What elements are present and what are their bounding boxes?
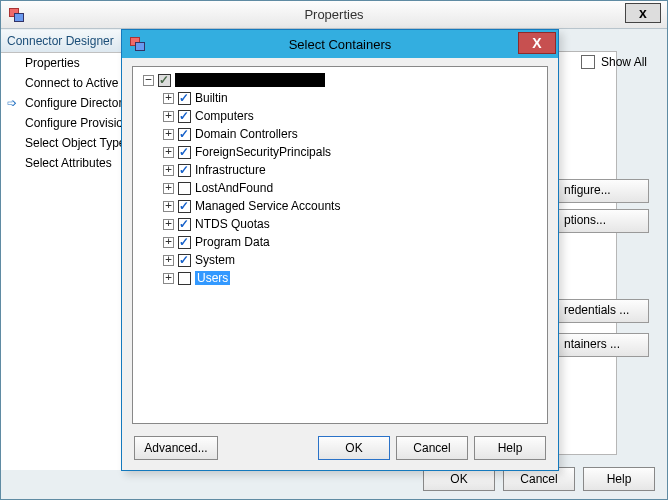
modal-ok-button[interactable]: OK bbox=[318, 436, 390, 460]
expand-icon[interactable]: + bbox=[163, 201, 174, 212]
designer-step[interactable]: Select Attributes bbox=[1, 153, 135, 173]
expand-icon[interactable]: + bbox=[163, 129, 174, 140]
modal-titlebar: Select Containers X bbox=[122, 30, 558, 58]
tree-label[interactable]: Managed Service Accounts bbox=[195, 199, 340, 213]
tree-label[interactable]: LostAndFound bbox=[195, 181, 273, 195]
parent-titlebar: Properties x bbox=[1, 1, 667, 29]
show-all-control: Show All bbox=[581, 55, 647, 69]
tree-checkbox[interactable] bbox=[178, 110, 191, 123]
expand-icon[interactable]: + bbox=[163, 147, 174, 158]
modal-help-button[interactable]: Help bbox=[474, 436, 546, 460]
parent-title: Properties bbox=[304, 7, 363, 22]
designer-step[interactable]: Select Object Types bbox=[1, 133, 135, 153]
containers-tree[interactable]: − +Builtin+Computers+Domain Controllers+… bbox=[132, 66, 548, 424]
tree-label[interactable]: System bbox=[195, 253, 235, 267]
expand-icon[interactable]: + bbox=[163, 255, 174, 266]
tree-label[interactable]: Users bbox=[195, 271, 230, 285]
tree-label[interactable]: Infrastructure bbox=[195, 163, 266, 177]
show-all-label: Show All bbox=[601, 55, 647, 69]
tree-label[interactable]: Domain Controllers bbox=[195, 127, 298, 141]
tree-item[interactable]: +System bbox=[163, 251, 543, 269]
tree-checkbox[interactable] bbox=[178, 200, 191, 213]
expand-icon[interactable]: + bbox=[163, 237, 174, 248]
properties-window: Properties x Connector Designer Properti… bbox=[0, 0, 668, 500]
tree-item[interactable]: +Builtin bbox=[163, 89, 543, 107]
tree-item[interactable]: +Computers bbox=[163, 107, 543, 125]
credentials-button[interactable]: redentials ... bbox=[557, 299, 649, 323]
tree-checkbox[interactable] bbox=[178, 236, 191, 249]
expand-icon[interactable]: + bbox=[163, 219, 174, 230]
expand-icon[interactable]: + bbox=[163, 165, 174, 176]
modal-close-button[interactable]: X bbox=[518, 32, 556, 54]
tree-checkbox[interactable] bbox=[178, 146, 191, 159]
tree-checkbox[interactable] bbox=[178, 272, 191, 285]
modal-button-bar: Advanced... OK Cancel Help bbox=[134, 436, 546, 460]
connector-designer-header: Connector Designer bbox=[1, 30, 135, 53]
designer-step[interactable]: Connect to Active Directory Forest bbox=[1, 73, 135, 93]
tree-label[interactable]: NTDS Quotas bbox=[195, 217, 270, 231]
modal-app-icon bbox=[130, 36, 146, 52]
tree-item[interactable]: +Users bbox=[163, 269, 543, 287]
select-containers-dialog: Select Containers X − +Builtin+Computers… bbox=[121, 29, 559, 471]
collapse-icon[interactable]: − bbox=[143, 75, 154, 86]
tree-checkbox[interactable] bbox=[178, 218, 191, 231]
designer-step[interactable]: Properties bbox=[1, 53, 135, 73]
tree-item[interactable]: +Infrastructure bbox=[163, 161, 543, 179]
modal-title: Select Containers bbox=[289, 37, 392, 52]
tree-item[interactable]: +LostAndFound bbox=[163, 179, 543, 197]
tree-label[interactable]: ForeignSecurityPrincipals bbox=[195, 145, 331, 159]
tree-checkbox[interactable] bbox=[178, 254, 191, 267]
tree-checkbox[interactable] bbox=[178, 182, 191, 195]
tree-label[interactable]: Program Data bbox=[195, 235, 270, 249]
tree-label[interactable]: Computers bbox=[195, 109, 254, 123]
containers-button[interactable]: ntainers ... bbox=[557, 333, 649, 357]
designer-step[interactable]: Configure Directory Partitions bbox=[1, 93, 135, 113]
connector-designer-panel: Connector Designer PropertiesConnect to … bbox=[1, 30, 136, 470]
tree-item[interactable]: +ForeignSecurityPrincipals bbox=[163, 143, 543, 161]
expand-icon[interactable]: + bbox=[163, 111, 174, 122]
tree-label[interactable]: Builtin bbox=[195, 91, 228, 105]
tree-checkbox[interactable] bbox=[178, 92, 191, 105]
tree-checkbox[interactable] bbox=[178, 164, 191, 177]
tree-item[interactable]: +Program Data bbox=[163, 233, 543, 251]
expand-icon[interactable]: + bbox=[163, 273, 174, 284]
configure-button[interactable]: nfigure... bbox=[557, 179, 649, 203]
show-all-checkbox[interactable] bbox=[581, 55, 595, 69]
modal-cancel-button[interactable]: Cancel bbox=[396, 436, 468, 460]
advanced-button[interactable]: Advanced... bbox=[134, 436, 218, 460]
partitions-panel-bg bbox=[557, 51, 617, 455]
tree-item[interactable]: +NTDS Quotas bbox=[163, 215, 543, 233]
root-checkbox[interactable] bbox=[158, 74, 171, 87]
parent-close-button[interactable]: x bbox=[625, 3, 661, 23]
expand-icon[interactable]: + bbox=[163, 183, 174, 194]
expand-icon[interactable]: + bbox=[163, 93, 174, 104]
options-button[interactable]: ptions... bbox=[557, 209, 649, 233]
tree-item[interactable]: +Managed Service Accounts bbox=[163, 197, 543, 215]
tree-checkbox[interactable] bbox=[178, 128, 191, 141]
tree-root-row[interactable]: − bbox=[143, 71, 543, 89]
designer-step[interactable]: Configure Provisioning Hierarchy bbox=[1, 113, 135, 133]
root-label-redacted bbox=[175, 73, 325, 87]
tree-item[interactable]: +Domain Controllers bbox=[163, 125, 543, 143]
app-icon bbox=[9, 7, 25, 23]
parent-help-button[interactable]: Help bbox=[583, 467, 655, 491]
